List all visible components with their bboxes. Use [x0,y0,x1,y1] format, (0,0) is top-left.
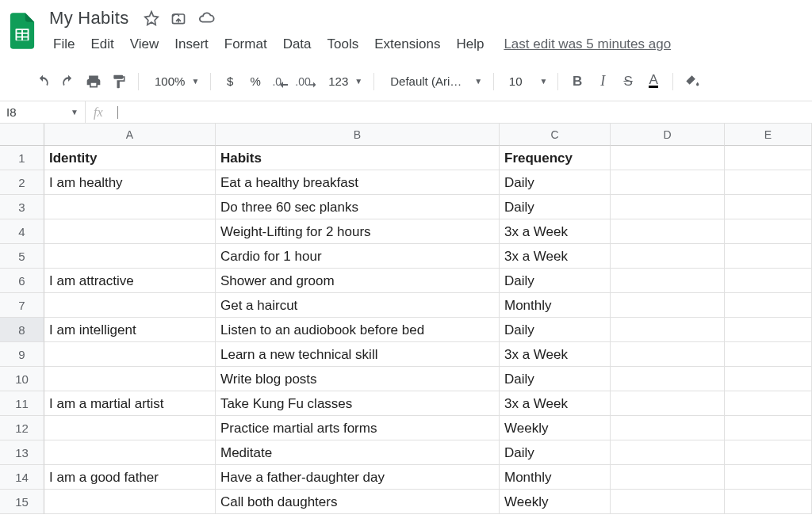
cell[interactable]: Learn a new technical skill [216,342,500,367]
cell[interactable]: I am a good father [44,465,216,490]
cell[interactable] [44,490,216,514]
cell[interactable]: Daily [500,318,611,342]
cell[interactable]: 3x a Week [500,244,611,269]
row-header[interactable]: 6 [0,269,44,293]
cell[interactable]: Call both daughters [216,490,500,514]
cell[interactable] [611,342,725,367]
cell[interactable] [44,244,216,269]
cell[interactable] [44,219,216,244]
cell[interactable]: Meditate [216,440,500,465]
font-select[interactable]: Default (Ari…▼ [382,73,485,90]
row-header[interactable]: 1 [0,146,44,170]
cell[interactable] [44,293,216,318]
cell[interactable] [611,293,725,318]
cell[interactable] [725,416,812,440]
sheets-logo-icon[interactable] [6,10,38,52]
select-all-corner[interactable] [0,124,44,146]
print-icon[interactable] [82,71,105,93]
currency-format-button[interactable]: $ [219,71,241,93]
redo-icon[interactable] [57,71,79,93]
row-header[interactable]: 13 [0,440,44,465]
cell[interactable] [611,391,725,416]
cell[interactable]: Eat a healthy breakfast [216,170,500,195]
italic-button[interactable]: I [592,71,614,93]
row-header[interactable]: 14 [0,465,44,490]
zoom-select[interactable]: 100%▼ [147,73,202,90]
cell[interactable]: I am intelligent [44,318,216,342]
menu-file[interactable]: File [46,33,82,55]
cell[interactable]: I am a martial artist [44,391,216,416]
row-header[interactable]: 3 [0,195,44,219]
cell[interactable] [611,269,725,293]
cell[interactable] [611,146,725,170]
increase-decimal-icon[interactable]: .00 [295,71,317,93]
cell[interactable] [44,416,216,440]
last-edit-link[interactable]: Last edit was 5 minutes ago [504,36,671,52]
cell[interactable]: I am attractive [44,269,216,293]
cell[interactable]: Daily [500,440,611,465]
star-icon[interactable] [144,10,159,26]
menu-format[interactable]: Format [217,33,274,55]
col-header-C[interactable]: C [500,124,611,146]
cell[interactable] [725,391,812,416]
cell[interactable] [725,293,812,318]
cell[interactable]: Identity [44,146,216,170]
menu-data[interactable]: Data [276,33,319,55]
row-header[interactable]: 9 [0,342,44,367]
bold-button[interactable]: B [566,71,588,93]
row-header[interactable]: 7 [0,293,44,318]
menu-extensions[interactable]: Extensions [367,33,447,55]
cell[interactable]: Daily [500,367,611,391]
row-header[interactable]: 2 [0,170,44,195]
strikethrough-button[interactable]: S [617,71,639,93]
cell[interactable] [725,342,812,367]
row-header[interactable]: 11 [0,391,44,416]
row-header[interactable]: 5 [0,244,44,269]
col-header-A[interactable]: A [44,124,216,146]
cell[interactable] [725,146,812,170]
cell[interactable] [611,318,725,342]
cell[interactable]: Write blog posts [216,367,500,391]
number-format-select[interactable]: 123▼ [320,73,366,90]
cell[interactable]: Shower and groom [216,269,500,293]
menu-view[interactable]: View [123,33,167,55]
move-icon[interactable] [170,10,186,26]
cloud-status-icon[interactable] [197,10,215,27]
cell[interactable] [611,170,725,195]
row-header[interactable]: 15 [0,490,44,514]
col-header-B[interactable]: B [216,124,500,146]
cell[interactable]: Habits [216,146,500,170]
cell[interactable] [725,465,812,490]
undo-icon[interactable] [32,71,54,93]
text-color-button[interactable]: A [642,71,665,93]
cell[interactable] [44,195,216,219]
cell[interactable] [725,440,812,465]
cell[interactable] [725,318,812,342]
cell[interactable]: Monthly [500,293,611,318]
cell[interactable] [611,440,725,465]
cell[interactable]: Weekly [500,490,611,514]
cell[interactable]: Do three 60 sec planks [216,195,500,219]
row-header[interactable]: 8 [0,318,44,342]
fill-color-icon[interactable] [681,71,703,93]
menu-tools[interactable]: Tools [320,33,366,55]
cell[interactable] [611,416,725,440]
cell[interactable]: Weight-Lifting for 2 hours [216,219,500,244]
row-header[interactable]: 10 [0,367,44,391]
cell[interactable]: Monthly [500,465,611,490]
cell[interactable]: Take Kung Fu classes [216,391,500,416]
cell[interactable]: I am healthy [44,170,216,195]
cell[interactable] [611,490,725,514]
cell[interactable] [725,367,812,391]
cell[interactable]: Frequency [500,146,611,170]
cell[interactable] [725,244,812,269]
cell[interactable]: Daily [500,170,611,195]
cell[interactable] [44,342,216,367]
menu-insert[interactable]: Insert [167,33,216,55]
doc-title[interactable]: My Habits [46,6,132,30]
cell[interactable]: Listen to an audiobook before bed [216,318,500,342]
cell[interactable] [725,170,812,195]
cell[interactable]: Have a father-daughter day [216,465,500,490]
paint-format-icon[interactable] [108,71,130,93]
cell[interactable]: Daily [500,269,611,293]
